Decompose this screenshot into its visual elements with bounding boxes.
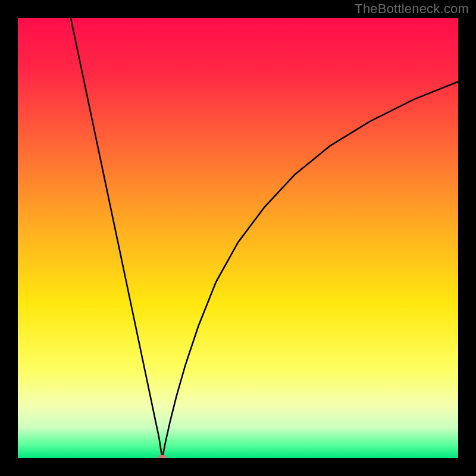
chart-frame: TheBottleneck.com	[0, 0, 476, 476]
plot-area	[18, 18, 458, 458]
watermark-text: TheBottleneck.com	[355, 1, 469, 17]
curve-left-branch	[71, 18, 162, 458]
bottleneck-curve	[18, 18, 458, 458]
curve-right-branch	[162, 82, 458, 458]
minimum-marker	[158, 455, 167, 459]
